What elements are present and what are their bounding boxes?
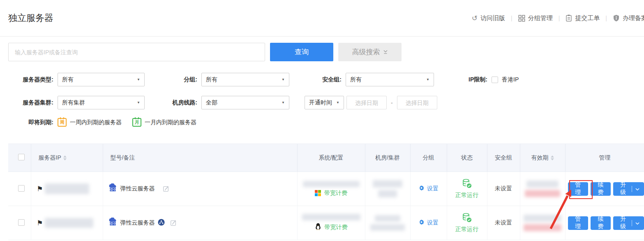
gear-icon bbox=[418, 219, 425, 227]
advanced-search-label: 高级搜索 bbox=[352, 47, 380, 57]
redacted-validity-remain bbox=[525, 190, 560, 197]
line-select[interactable]: 全部 ▼ bbox=[201, 96, 289, 109]
page-title: 独立服务器 bbox=[8, 12, 53, 24]
group-settings-link[interactable]: 设置 bbox=[418, 185, 439, 192]
group-settings-label: 设置 bbox=[427, 185, 439, 192]
advanced-search-button[interactable]: 高级搜索 bbox=[338, 43, 402, 61]
week-calendar-icon[interactable]: 周 bbox=[58, 118, 67, 127]
linux-tux-icon bbox=[315, 223, 321, 232]
col-system: 系统/配置 bbox=[297, 144, 365, 172]
security-group-cell: 未设置 bbox=[487, 206, 520, 240]
link-icp-filing[interactable]: 办理备案 bbox=[613, 14, 644, 22]
group-settings-link[interactable]: 设置 bbox=[418, 219, 439, 227]
chevron-down-icon bbox=[635, 185, 639, 192]
status-cell: 正常运行 bbox=[447, 178, 487, 199]
cluster-select[interactable]: 所有集群 ▼ bbox=[58, 96, 145, 109]
redacted-cluster bbox=[378, 190, 397, 197]
security-group-label: 安全组: bbox=[289, 76, 342, 83]
gear-icon bbox=[418, 185, 425, 192]
select-caret-icon: ▼ bbox=[282, 78, 285, 81]
col-server-ip[interactable]: 服务器IP bbox=[31, 144, 103, 172]
row-checkbox[interactable] bbox=[18, 219, 25, 226]
header-checkbox-cell bbox=[8, 144, 31, 172]
billing-label: 带宽计费 bbox=[324, 190, 347, 197]
status-label: 正常运行 bbox=[455, 226, 478, 233]
security-group-cell: 未设置 bbox=[487, 172, 520, 206]
link-submit-ticket[interactable]: 提交工单 bbox=[566, 14, 600, 22]
flag-icon: ⚑ bbox=[37, 185, 43, 192]
renew-button[interactable]: 续费 bbox=[591, 182, 611, 196]
server-model-label: 弹性云服务器 bbox=[120, 219, 155, 227]
date-start-input[interactable] bbox=[346, 96, 387, 109]
edit-remark-icon[interactable] bbox=[163, 185, 169, 192]
select-caret-icon: ▼ bbox=[426, 78, 429, 81]
cluster-value: 所有集群 bbox=[62, 99, 85, 107]
hk-ip-checkbox[interactable] bbox=[492, 76, 498, 83]
flag-icon: ⚑ bbox=[37, 220, 43, 227]
upgrade-button[interactable]: 升级 bbox=[613, 216, 644, 230]
renew-button[interactable]: 续费 bbox=[591, 216, 611, 230]
select-caret-icon: ▼ bbox=[137, 101, 140, 104]
col-server-ip-label: 服务器IP bbox=[39, 154, 61, 162]
select-all-checkbox[interactable] bbox=[18, 154, 25, 160]
chevron-down-icon bbox=[635, 220, 639, 226]
col-security: 安全组 bbox=[487, 144, 520, 172]
windows-logo-icon bbox=[315, 190, 321, 196]
header-separator: | bbox=[559, 15, 560, 21]
upgrade-label: 升级 bbox=[618, 181, 628, 196]
redacted-config bbox=[302, 214, 360, 220]
sort-icon[interactable] bbox=[551, 155, 554, 160]
header-links: ↺ 访问旧版 | 分组管理 | 提交工单 | bbox=[472, 14, 644, 22]
redacted-validity-date bbox=[526, 181, 559, 188]
status-cell: 正常运行 bbox=[447, 213, 487, 233]
row-checkbox[interactable] bbox=[18, 185, 25, 192]
col-validity[interactable]: 有效期 bbox=[520, 144, 565, 172]
link-group-manage[interactable]: 分组管理 bbox=[518, 14, 553, 22]
server-type-select[interactable]: 所有 ▼ bbox=[58, 73, 145, 86]
select-caret-icon: ▼ bbox=[336, 101, 339, 104]
ticket-icon bbox=[566, 14, 572, 22]
hk-ip-checkbox-label: 香港IP bbox=[502, 76, 519, 83]
button-divider bbox=[632, 186, 632, 192]
group-value: 所有 bbox=[206, 76, 217, 83]
cluster-badge-icon bbox=[158, 219, 165, 227]
cloud-server-icon bbox=[108, 218, 118, 228]
redacted-server-ip bbox=[45, 218, 93, 228]
query-button[interactable]: 查询 bbox=[270, 43, 333, 61]
time-type-value: 开通时间 bbox=[309, 99, 332, 107]
expiry-label: 即将到期: bbox=[8, 119, 53, 126]
col-manage: 管理 bbox=[565, 144, 644, 172]
expiry-week-label[interactable]: 一周内到期的服务器 bbox=[70, 119, 122, 126]
group-select[interactable]: 所有 ▼ bbox=[201, 73, 289, 86]
header-separator: | bbox=[511, 15, 512, 21]
month-calendar-icon[interactable]: 月 bbox=[132, 118, 141, 127]
redacted-server-ip bbox=[45, 183, 89, 194]
group-label: 分组: bbox=[145, 76, 197, 83]
server-type-value: 所有 bbox=[62, 76, 74, 83]
manage-button[interactable]: 管理 bbox=[568, 182, 588, 196]
link-old-version-label: 访问旧版 bbox=[480, 14, 505, 22]
edit-remark-icon[interactable] bbox=[170, 220, 177, 226]
expiry-month-label[interactable]: 一月内到期的服务器 bbox=[145, 119, 196, 126]
button-divider bbox=[632, 220, 632, 226]
search-input[interactable] bbox=[8, 43, 265, 61]
redacted-validity-date bbox=[524, 215, 561, 222]
link-submit-ticket-label: 提交工单 bbox=[575, 14, 600, 22]
billing-label: 带宽计费 bbox=[325, 224, 348, 231]
col-room: 机房/集群 bbox=[365, 144, 410, 172]
ip-limit-label: IP限制: bbox=[434, 76, 487, 83]
filter-row-2: 服务器集群: 所有集群 ▼ 机房线路: 全部 ▼ 开通时间 ▼ - bbox=[8, 96, 644, 109]
link-old-version[interactable]: ↺ 访问旧版 bbox=[472, 14, 505, 22]
upgrade-button[interactable]: 升级 bbox=[613, 182, 644, 196]
security-group-select[interactable]: 所有 ▼ bbox=[346, 73, 434, 86]
time-type-select[interactable]: 开通时间 ▼ bbox=[305, 96, 344, 109]
search-bar: 查询 高级搜索 bbox=[8, 43, 636, 61]
link-group-manage-label: 分组管理 bbox=[528, 14, 553, 22]
shield-icon bbox=[613, 14, 620, 22]
manage-button[interactable]: 管理 bbox=[568, 216, 588, 230]
sort-icon[interactable] bbox=[63, 155, 67, 160]
link-icp-filing-label: 办理备案 bbox=[623, 14, 644, 22]
cluster-label: 服务器集群: bbox=[8, 99, 53, 107]
col-group: 分组 bbox=[410, 144, 447, 172]
date-end-input[interactable] bbox=[397, 96, 437, 109]
